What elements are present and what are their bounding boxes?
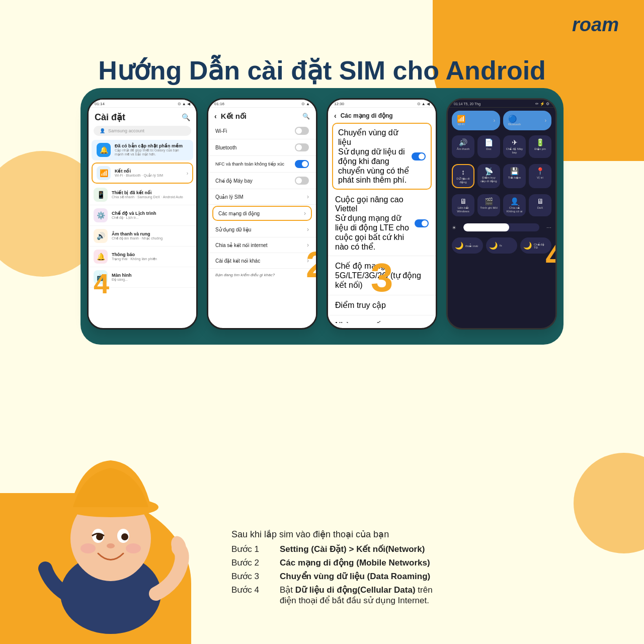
phone-1-topbar: 01:14 ⊙ ▲ ◀	[89, 100, 196, 108]
step-3-desc: Chuyển vùng dữ liệu (Data Roaming)	[280, 571, 430, 582]
ketnoi-data-usage[interactable]: Sử dụng dữ liệu ›	[208, 222, 316, 237]
ketnoi-sim[interactable]: Quản lý SIM ›	[208, 189, 316, 205]
ketnoi-mobile-networks[interactable]: Các mạng di động ›	[212, 206, 312, 221]
mxdd-header: ‹ Các mạng di động	[328, 108, 436, 122]
qs-bluetooth-tile[interactable]: 🔵 Bluetooth ›	[503, 111, 551, 130]
user-icon: 👤	[100, 128, 105, 133]
settings-item-notifications[interactable]: 🔔 Thông báo Trạng thái · Không làm phiền	[89, 247, 196, 267]
ketnoi-bluetooth[interactable]: Bluetooth	[208, 139, 316, 156]
qs-sound-tile[interactable]: 🔊 Âm thanh	[452, 135, 474, 157]
airplane-label: Chế độ Máy bay	[215, 178, 253, 184]
brightness-row: ☀ ⋯	[448, 219, 555, 235]
qs-doc-tile[interactable]: 📄 Doc	[477, 135, 500, 157]
settings-item-update[interactable]: 🔔 Đã có bản cập nhật phần mềm Cập nhật đ…	[92, 140, 193, 160]
phone-4-time: 01:14 T5, 20 Thg	[454, 102, 480, 106]
chevron-sim: ›	[307, 193, 309, 200]
bluetooth-toggle[interactable]	[295, 143, 309, 151]
qs-dex-tile[interactable]: 🖥 DeX	[529, 194, 551, 216]
instructions-section: Sau khi lắp sim vào điện thoại của bạn B…	[231, 529, 614, 609]
carrier-item[interactable]: Nhà cung cấp mạng	[328, 315, 436, 323]
qs-fx-tile[interactable]: 🌙 fx	[486, 237, 517, 254]
modes-icon: ⚙️	[94, 208, 108, 222]
qs-location-tile[interactable]: 📍 Vị trí	[529, 164, 551, 188]
settings-item-ketnoi[interactable]: 📶 Kết nối Wi-Fi · Bluetooth · Quản lý SI…	[92, 163, 193, 184]
svg-point-7	[121, 533, 128, 540]
ketnoi-text: Kết nối Wi-Fi · Bluetooth · Quản lý SIM	[115, 169, 183, 178]
fx-label: fx	[500, 244, 502, 247]
hotspot-qs-icon: 📡	[485, 167, 493, 175]
brand-logo: hi roam	[550, 14, 619, 36]
advanced-call-toggle[interactable]	[415, 219, 429, 227]
expand-wifi-icon[interactable]: ›	[494, 118, 495, 123]
more-icon[interactable]: ⋯	[546, 225, 551, 230]
nfc-toggle[interactable]	[295, 160, 309, 168]
airplane-toggle[interactable]	[295, 177, 309, 185]
brightness-slider[interactable]	[463, 223, 539, 231]
modes-text: Chế độ và Lịch trình Chế độ · Lịch tr...	[112, 211, 191, 220]
search-icon-2[interactable]: 🔍	[302, 113, 310, 120]
dex-qs-label: DeX	[537, 206, 543, 210]
phones-container: 01:14 ⊙ ▲ ◀ Cài đặt 🔍 👤 Samsung account …	[87, 98, 557, 330]
advanced-call-text: Cuộc gọi nâng cao Viettel Sử dụng mạng d…	[335, 195, 415, 252]
samsung-account-label: Samsung account	[108, 128, 144, 133]
hotspot-qs-label: Điểm truy cập di động	[479, 176, 498, 183]
qs-airplane-tile[interactable]: ✈ Chế độ Máy bay	[503, 135, 526, 157]
step-2-label-text: Bước 2	[231, 557, 272, 568]
qs-windows-tile[interactable]: 🖥 Liên kết Windows	[452, 194, 474, 216]
sim-label: Quản lý SIM	[215, 194, 243, 200]
qs-comfort-tile[interactable]: 🌙 thoải mái	[452, 237, 483, 254]
qs-recorder-tile[interactable]: 🎬 Trình ghi MH	[477, 194, 500, 216]
ketnoi-icon: 📶	[97, 166, 111, 180]
wifi-qs-label: Wi-Fi	[457, 123, 465, 126]
phone-3-mobile-networks: 12:30 ⊙ ▲ ◀ ‹ Các mạng di động Chuyển vù…	[327, 98, 437, 330]
search-icon[interactable]: 🔍	[182, 113, 190, 121]
qs-grid-row2: 🔊 Âm thanh 📄 Doc ✈ Chế độ Máy bay 🔋 Điện…	[448, 132, 555, 160]
mode-icon: 🌙	[523, 242, 532, 250]
phone-1-status: ⊙ ▲ ◀	[178, 102, 190, 106]
phone-4-status: ✏ ⚡ ⚙	[535, 102, 549, 106]
airplane-qs-icon: ✈	[512, 138, 518, 146]
qs-mobile-data-tile[interactable]: ↕ Dữ liệu di động	[452, 164, 474, 188]
windows-qs-label: Liên kết Windows	[454, 206, 472, 213]
settings-title: Cài đặt	[95, 112, 125, 123]
settings-item-sound[interactable]: 🔊 Âm thanh và rung Chế độ âm thanh · Nhạ…	[89, 226, 196, 247]
advanced-call-item[interactable]: Cuộc gọi nâng cao Viettel Sử dụng mạng d…	[328, 191, 436, 256]
qs-hotspot-tile[interactable]: 📡 Điểm truy cập di động	[477, 164, 500, 188]
qs-save-tile[interactable]: 💾 Tiết kiệm	[503, 164, 526, 188]
ketnoi-nfc[interactable]: NFC và thanh toán không tiếp xúc	[208, 156, 316, 173]
phone-2-topbar: 01:16 ⊙ ▲	[208, 100, 316, 108]
doc-qs-icon: 📄	[485, 138, 493, 146]
svg-point-10	[126, 543, 141, 553]
instructions-step-1: Bước 1 Setting (Cài Đặt) > Kết nối(Netwo…	[231, 544, 614, 554]
wifi-toggle[interactable]	[295, 127, 309, 135]
expand-bt-icon[interactable]: ›	[545, 118, 546, 123]
phone-3-status: ⊙ ▲ ◀	[417, 102, 430, 106]
bluetooth-label: Bluetooth	[215, 145, 236, 150]
settings-item-devices[interactable]: 📱 Thiết bị đã kết nối Chia sẻ nhanh · Sa…	[89, 185, 196, 205]
ketnoi-more-settings[interactable]: Cài đặt kết nối khác ›	[208, 253, 316, 269]
ketnoi-airplane[interactable]: Chế độ Máy bay	[208, 173, 316, 189]
brightness-icon: ☀	[452, 225, 456, 230]
logo-hi: hi	[550, 14, 567, 35]
data-roaming-item[interactable]: Chuyển vùng dữ liệu Sử dụng dữ liệu di đ…	[332, 123, 432, 190]
data-roaming-toggle[interactable]	[412, 152, 426, 160]
qs-share-tile[interactable]: 👤 Chia sẻ Không có ai	[503, 194, 526, 216]
settings-item-modes[interactable]: ⚙️ Chế độ và Lịch trình Chế độ · Lịch tr…	[89, 205, 196, 226]
recorder-qs-icon: 🎬	[485, 197, 493, 205]
share-qs-label: Chia sẻ Không có ai	[505, 206, 524, 213]
step-4-label-text: Bước 4	[231, 585, 272, 595]
devices-icon: 📱	[94, 188, 108, 202]
display-text: Màn hình Độ sáng...	[112, 273, 191, 282]
instructions-intro: Sau khi lắp sim vào điện thoại của bạn	[231, 529, 614, 540]
phone-3-time: 12:30	[334, 102, 344, 106]
ketnoi-wifi[interactable]: Wi-Fi	[208, 123, 316, 139]
qs-grid-row3: ↕ Dữ liệu di động 📡 Điểm truy cập di độn…	[448, 161, 555, 191]
qs-wifi-tile[interactable]: 📶 Wi-Fi ›	[452, 111, 500, 130]
back-icon[interactable]: ‹	[214, 112, 217, 120]
back-icon-3[interactable]: ‹	[334, 112, 337, 120]
brightness-fill	[463, 223, 509, 231]
step-1-desc: Setting (Cài Đặt) > Kết nối(Network)	[280, 544, 425, 554]
qs-battery-tile[interactable]: 🔋 Điện pin	[529, 135, 551, 157]
ketnoi-hotspot[interactable]: Chia sẻ kết nối internet ›	[208, 237, 316, 253]
qs-grid-row1: 📶 Wi-Fi › 🔵 Bluetooth ›	[448, 108, 555, 132]
